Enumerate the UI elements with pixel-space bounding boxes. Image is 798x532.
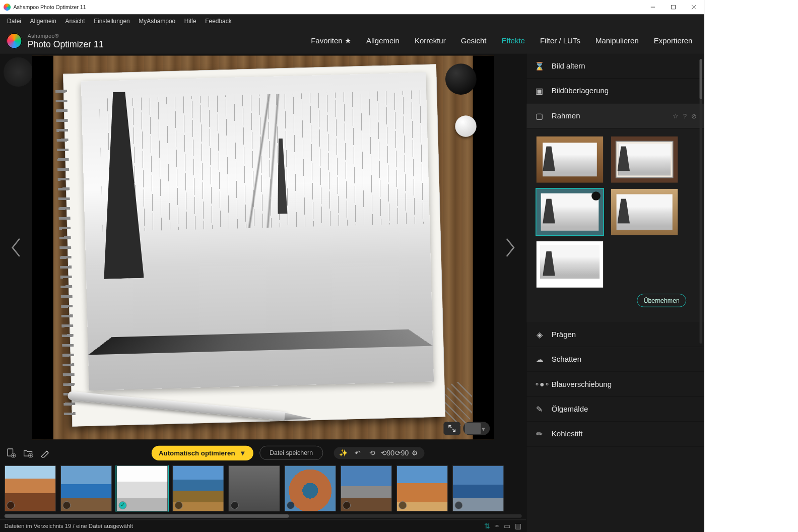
apply-button[interactable]: Übernehmen [637,294,686,307]
menu-ansicht[interactable]: Ansicht [61,16,90,26]
brand-icon [6,33,22,49]
frame-preset[interactable] [611,189,678,235]
effect-label: Ölgemälde [552,405,588,414]
star-icon[interactable]: ☆ [673,112,678,120]
app-header: Ashampoo® Photo Optimizer 11 Favoriten ★… [0,28,704,54]
status-text: Dateien im Verzeichnis 19 / eine Datei a… [5,522,133,529]
panel-scrollbar[interactable] [700,59,702,344]
tab-favoriten[interactable]: Favoriten ★ [310,34,352,48]
frame-preset[interactable] [537,241,603,288]
save-file-button[interactable]: Datei speichern [259,446,323,460]
image-canvas[interactable]: ▾ [32,55,494,439]
filmstrip-thumb[interactable] [60,466,112,512]
window-title: Ashampoo Photo Optimizer 11 [13,4,86,10]
tab-filter-luts[interactable]: Filter / LUTs [539,34,581,48]
frame-icon: ▢ [535,111,544,120]
tab-manipulieren[interactable]: Manipulieren [594,34,639,48]
filmstrip-thumb[interactable] [5,466,56,512]
effect-label: Bildüberlagerung [552,87,609,96]
reset-icon[interactable]: ⊘ [691,112,697,120]
grid-large-icon[interactable]: ▭ [504,522,510,530]
apply-label: Übernehmen [643,297,679,304]
add-file-icon[interactable] [6,448,16,457]
frame-preset[interactable] [537,189,603,235]
effects-panel: ⌛ Bild altern ▣ Bildüberlagerung ▢ Rahme… [526,54,704,532]
pan-joystick[interactable] [4,57,33,87]
svg-point-4 [46,451,48,452]
chevron-down-icon[interactable]: ▼ [239,449,246,456]
filmstrip-thumb[interactable] [116,466,168,512]
main-tabs: Favoriten ★ Allgemein Korrektur Gesicht … [310,34,693,48]
window-close-button[interactable] [684,0,704,14]
effect-praegen[interactable]: ◈ Prägen [526,322,704,347]
tag-icon[interactable] [40,448,49,457]
effect-schatten[interactable]: ☁ Schatten [526,347,704,372]
grid-small-icon[interactable]: ▫▫ [495,522,500,530]
tab-exportieren[interactable]: Exportieren [653,34,693,48]
fullscreen-button[interactable] [443,422,460,435]
frame-preset[interactable] [611,137,678,183]
filmstrip[interactable] [5,466,522,512]
frame-presets: Übernehmen [526,128,704,322]
filmstrip-scrollbar[interactable] [5,514,522,518]
magic-wand-icon[interactable]: ✨ [338,449,349,457]
effect-bild-altern[interactable]: ⌛ Bild altern [526,54,704,79]
menu-datei[interactable]: Datei [3,16,25,26]
effect-kohlestift[interactable]: ✏ Kohlestift [526,422,704,446]
window-maximize-button[interactable] [663,0,684,14]
next-image-button[interactable] [494,54,526,441]
hourglass-icon: ⌛ [535,61,544,71]
sort-icon[interactable]: ⇅ [484,522,490,530]
status-bar: Dateien im Verzeichnis 19 / eine Datei a… [0,519,526,532]
effect-blauverschiebung[interactable]: ∘●∘ Blauverschiebung [526,372,704,396]
rotate-right-icon[interactable]: ⟳90 [395,449,406,457]
brand-line2: Photo Optimizer 11 [28,39,104,49]
effect-bildueberlagerung[interactable]: ▣ Bildüberlagerung [526,79,704,103]
filmstrip-thumb[interactable] [396,466,448,512]
tab-effekte[interactable]: Effekte [501,34,526,48]
filmstrip-thumb[interactable] [228,466,280,512]
add-folder-icon[interactable] [23,448,33,457]
action-toolbar: Automatisch optimieren ▼ Datei speichern… [0,441,526,464]
effect-rahmen[interactable]: ▢ Rahmen ☆ ? ⊘ [526,104,704,128]
dots-icon: ∘●∘ [535,379,544,389]
effect-oelgemaelde[interactable]: ✎ Ölgemälde [526,397,704,422]
app-icon [4,4,11,11]
tab-gesicht[interactable]: Gesicht [460,34,487,48]
menu-hilfe[interactable]: Hilfe [180,16,201,26]
brush-icon: ✎ [535,404,544,414]
tab-korrektur[interactable]: Korrektur [414,34,446,48]
effect-label: Blauverschiebung [552,380,612,389]
window-minimize-button[interactable] [643,0,663,14]
list-icon[interactable]: ▤ [515,522,521,530]
effect-label: Schatten [552,355,581,364]
prev-image-button[interactable] [0,54,32,441]
gear-icon[interactable]: ⚙ [409,449,420,457]
save-file-label: Datei speichern [270,449,313,456]
filmstrip-thumb[interactable] [172,466,224,512]
window-titlebar: Ashampoo Photo Optimizer 11 [0,0,704,14]
filmstrip-thumb[interactable] [285,466,336,512]
menu-myashampoo[interactable]: MyAshampoo [135,16,180,26]
frame-preset[interactable] [537,137,603,183]
filmstrip-thumb[interactable] [452,466,504,512]
tab-allgemein[interactable]: Allgemein [365,34,400,48]
svg-rect-0 [672,5,676,9]
undo-icon[interactable]: ↶ [353,449,363,457]
menu-allgemein[interactable]: Allgemein [26,16,61,26]
rotate-left-icon[interactable]: ⟲90 [381,449,391,457]
compare-view-button[interactable]: ▾ [463,422,490,435]
menu-bar: Datei Allgemein Ansicht Einstellungen My… [0,14,704,28]
menu-einstellungen[interactable]: Einstellungen [89,16,134,26]
menu-feedback[interactable]: Feedback [201,16,236,26]
filmstrip-thumb[interactable] [341,466,392,512]
undo-all-icon[interactable]: ⟲ [367,449,377,457]
effect-label: Rahmen [552,111,580,120]
effect-label: Kohlestift [552,430,583,439]
auto-optimize-label: Automatisch optimieren [159,449,235,456]
history-toolbar: ✨ ↶ ⟲ ⟲90 ⟳90 ⚙ [334,447,424,459]
help-icon[interactable]: ? [683,112,687,120]
auto-optimize-button[interactable]: Automatisch optimieren ▼ [152,445,253,460]
cloud-icon: ☁ [535,355,544,364]
emboss-icon: ◈ [535,329,544,339]
